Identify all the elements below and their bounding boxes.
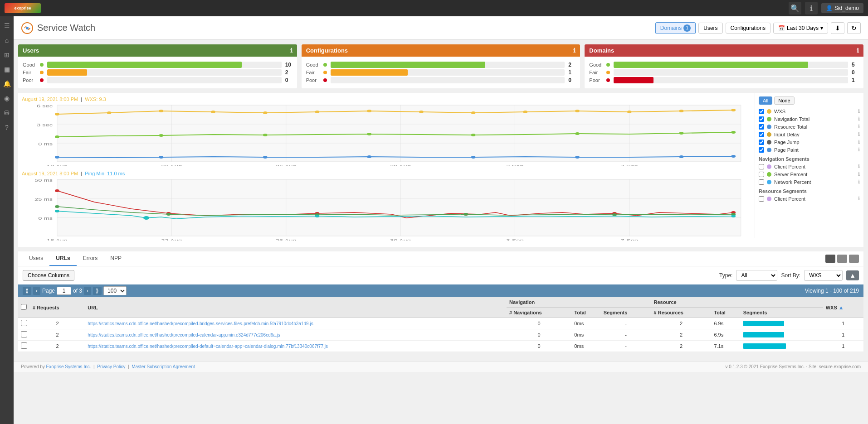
wxs-chart[interactable]: 6 sec 3 sec 0 ms 18 Aug 22 Aug 26 Aug 30…: [20, 103, 748, 166]
tab-npp[interactable]: NPP: [104, 251, 128, 266]
search-icon-btn[interactable]: 🔍: [789, 2, 801, 14]
domains-btn[interactable]: Domains 1: [655, 22, 696, 34]
th-url[interactable]: URL: [85, 297, 507, 318]
legend-resource-total: Resource Total ℹ: [759, 124, 860, 130]
sidebar-help-icon[interactable]: ?: [1, 121, 13, 133]
footer-company-link[interactable]: Exoprise Systems Inc.: [46, 364, 91, 369]
config-poor-bar-outer: [331, 77, 565, 83]
page-size-select[interactable]: 100 50 200: [103, 286, 127, 295]
type-select[interactable]: All Navigation Resource: [736, 270, 777, 281]
refresh-btn[interactable]: ↻: [847, 22, 861, 34]
table-wrapper: # Requests URL Navigation Resource: [18, 297, 863, 352]
sidebar-globe-icon[interactable]: ◉: [1, 92, 13, 104]
configurations-btn[interactable]: Configurations: [726, 23, 770, 34]
legend-nav-total-info[interactable]: ℹ: [858, 116, 860, 122]
sidebar-bell-icon[interactable]: 🔔: [1, 78, 13, 90]
th-wxs[interactable]: WXS ▲: [823, 297, 863, 318]
th-res-total[interactable]: Total: [711, 308, 740, 318]
user-menu-btn[interactable]: 👤 Sid_demo: [821, 3, 863, 13]
th-nav-total[interactable]: Total: [571, 308, 600, 318]
users-poor-dot: [40, 78, 44, 82]
date-range-label: Last 30 Days: [787, 25, 819, 31]
view-list-btn[interactable]: [849, 255, 859, 263]
sidebar-grid-icon[interactable]: ⊞: [1, 49, 13, 61]
tab-errors[interactable]: Errors: [77, 251, 104, 266]
svg-point-29: [471, 111, 476, 114]
th-requests[interactable]: # Requests: [30, 297, 85, 318]
header-right: Domains 1 Users Configurations 📅 Last 30…: [655, 22, 861, 34]
first-page-btn[interactable]: ⟪: [23, 287, 31, 295]
legend-resource-total-info[interactable]: ℹ: [858, 124, 860, 130]
legend-nav-server-checkbox[interactable]: [759, 172, 764, 177]
download-btn[interactable]: ⬇: [831, 22, 844, 34]
svg-point-30: [523, 111, 527, 113]
legend-nav-total-checkbox[interactable]: [759, 116, 764, 122]
row1-url[interactable]: https://statics.teams.cdn.office.net/has…: [85, 318, 507, 329]
choose-columns-btn[interactable]: Choose Columns: [23, 270, 74, 281]
sort-select[interactable]: WXS URL Requests: [804, 270, 843, 281]
legend-nav-network-info[interactable]: ℹ: [858, 179, 860, 185]
legend-resource-total-checkbox[interactable]: [759, 124, 764, 130]
svg-text:18 Aug: 18 Aug: [47, 164, 68, 166]
page-number-input[interactable]: [57, 287, 71, 295]
sort-direction-btn[interactable]: ▲: [846, 270, 859, 280]
wxs-sort-arrow: ▲: [839, 304, 844, 311]
config-good-count: 2: [568, 62, 575, 68]
legend-wxs-info[interactable]: ℹ: [858, 108, 860, 114]
sidebar-chart-icon[interactable]: ▦: [1, 63, 13, 75]
svg-point-23: [159, 110, 163, 112]
legend-res-client-checkbox[interactable]: [759, 196, 764, 202]
legend-nav-server-info[interactable]: ℹ: [858, 171, 860, 177]
last-page-btn[interactable]: ⟫: [93, 287, 102, 295]
svg-text:7 Sep: 7 Sep: [621, 164, 639, 166]
select-all-checkbox[interactable]: [21, 304, 27, 310]
legend-res-client-info[interactable]: ℹ: [858, 196, 860, 202]
prev-page-btn[interactable]: ‹: [33, 287, 40, 295]
ping-chart[interactable]: 50 ms 25 ms 0 ms 18 Aug 22 Aug 26 Aug 30…: [20, 177, 748, 241]
charts-area: August 19, 2021 8:00 PM | WXS: 9.3: [18, 93, 750, 247]
legend-nav-client-info[interactable]: ℹ: [858, 164, 860, 169]
next-page-btn[interactable]: ›: [84, 287, 91, 295]
domains-poor-dot: [606, 78, 610, 82]
sidebar-bank-icon[interactable]: ⛁: [1, 107, 13, 119]
legend-resource-total-dot: [767, 125, 771, 129]
domains-fair-count: 0: [852, 69, 859, 76]
legend-page-paint-checkbox[interactable]: [759, 147, 764, 153]
row1-checkbox[interactable]: [21, 320, 27, 326]
th-nav-count[interactable]: # Navigations: [507, 308, 571, 318]
row3-res-count: 2: [651, 341, 712, 352]
legend-input-delay-checkbox[interactable]: [759, 132, 764, 137]
row3-checkbox[interactable]: [21, 342, 27, 349]
row2-checkbox[interactable]: [21, 331, 27, 337]
legend-nav-network: Network Percent ℹ: [759, 179, 860, 185]
legend-input-delay-info[interactable]: ℹ: [858, 131, 860, 137]
legend-nav-network-checkbox[interactable]: [759, 179, 764, 185]
th-res-segments[interactable]: Segments: [741, 308, 823, 318]
legend-wxs: WXS ℹ: [759, 108, 860, 114]
legend-page-jump-info[interactable]: ℹ: [858, 139, 860, 145]
legend-none-btn[interactable]: None: [774, 96, 794, 105]
legend-wxs-checkbox[interactable]: [759, 109, 764, 114]
row2-url[interactable]: https://statics.teams.cdn.office.net/has…: [85, 329, 507, 341]
view-table-btn[interactable]: [825, 255, 835, 263]
footer-privacy-link[interactable]: Privacy Policy: [97, 364, 125, 369]
tab-users[interactable]: Users: [23, 251, 49, 266]
page-label: Page: [42, 288, 55, 294]
users-good-count: 10: [285, 62, 293, 68]
th-nav-segments[interactable]: Segments: [601, 308, 651, 318]
footer-master-link[interactable]: Master Subscription Agreement: [132, 364, 195, 369]
info-icon-btn[interactable]: ℹ: [805, 2, 818, 14]
date-range-btn[interactable]: 📅 Last 30 Days ▾: [773, 23, 828, 34]
sidebar-menu-icon[interactable]: ☰: [1, 20, 13, 32]
tab-urls[interactable]: URLs: [49, 251, 76, 266]
legend-all-btn[interactable]: All: [759, 96, 772, 105]
legend-page-jump-checkbox[interactable]: [759, 140, 764, 145]
row3-url[interactable]: https://statics.teams.cdn.office.net/has…: [85, 341, 507, 352]
th-res-count[interactable]: # Resources: [651, 308, 712, 318]
legend-page-paint-info[interactable]: ℹ: [858, 147, 860, 153]
view-grid-btn[interactable]: [837, 255, 847, 263]
sidebar-home-icon[interactable]: ⌂: [1, 34, 13, 46]
users-btn[interactable]: Users: [698, 23, 722, 34]
legend-nav-client-checkbox[interactable]: [759, 164, 764, 169]
domains-good-bar-outer: [614, 62, 848, 68]
